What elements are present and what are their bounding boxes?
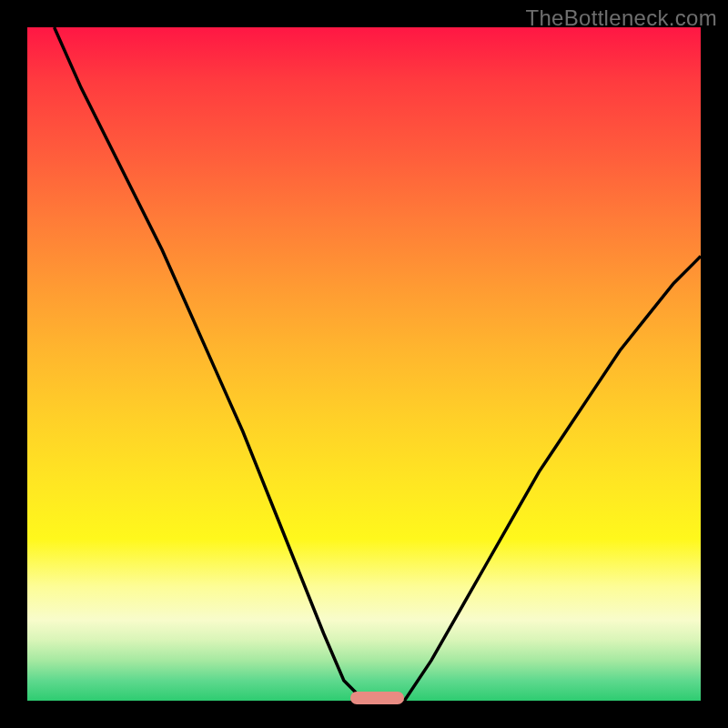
left-branch-line <box>55 27 364 701</box>
plot-area <box>27 27 701 701</box>
chart-frame: TheBottleneck.com <box>0 0 728 728</box>
curve-layer <box>27 27 701 701</box>
right-branch-line <box>404 257 701 701</box>
optimum-marker <box>350 692 404 704</box>
